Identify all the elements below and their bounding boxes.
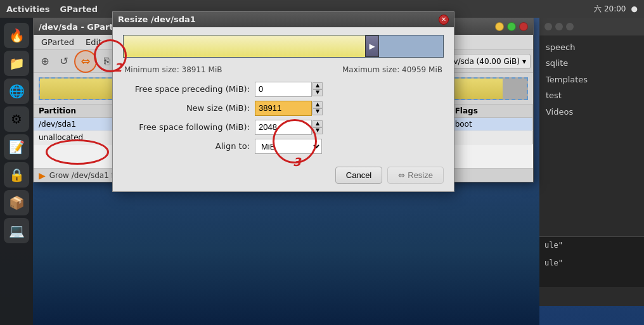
right-panel-max-btn[interactable] [566,23,574,30]
field-newsize-wrapper: ▲ ▼ [255,101,444,116]
spinner-down[interactable]: ▼ [312,89,323,96]
status-dot: ● [631,4,638,13]
dialog-title: Resize /dev/sda1 [118,15,196,24]
dock-icon-terminal[interactable]: 💻 [4,218,29,243]
resize-handle[interactable]: ▶ [365,35,379,57]
resize-button[interactable]: ⇔ Resize [387,167,444,184]
resize-bar-fill [124,35,379,57]
clock: 六 20:00 [594,4,626,15]
resize-bar: ▶ [123,35,444,58]
right-panel-close-btn[interactable] [544,23,552,30]
app-indicator: GParted [60,4,98,14]
dock: 🔥 📁 🌐 ⚙ 📝 🔒 📦 💻 [0,18,33,325]
file-item-templates[interactable]: Templates [546,72,638,87]
dock-icon-browser[interactable]: 🌐 [4,79,29,104]
partition-flags [450,131,533,144]
partition-name: /dev/sda1 [34,118,117,131]
field-label-newsize: New size (MiB): [123,103,250,113]
field-align-select[interactable]: MiB None [255,139,322,154]
toolbar-refresh-btn[interactable]: ↺ [55,53,73,70]
gparted-minimize-btn[interactable] [495,22,504,31]
dialog-titlebar: Resize /dev/sda1 ✕ [113,12,454,27]
resize-dialog: Resize /dev/sda1 ✕ ▶ Minimum size: 38911… [112,11,454,192]
field-preceding-wrapper: ▲ ▼ [255,82,444,97]
right-panel-header [539,18,644,35]
field-following-wrapper: ▲ ▼ [255,120,444,135]
dock-icon-text[interactable]: 📝 [4,134,29,160]
dock-icon-settings[interactable]: ⚙ [4,106,29,132]
status-op-icon: ▶ [39,170,46,181]
device-dropdown-icon: ▾ [522,57,526,66]
dialog-minmax: Minimum size: 38911 MiB Maximum size: 40… [123,65,444,74]
dialog-close-button[interactable]: ✕ [439,15,449,25]
gparted-close-btn[interactable] [519,22,528,31]
file-item-sqlite[interactable]: sqlite [546,55,638,71]
menu-edit[interactable]: Edit [80,36,106,48]
field-newsize-input[interactable] [255,101,312,116]
resize-button-label: Resize [408,170,433,180]
spinner-down[interactable]: ▼ [312,108,323,115]
field-label-preceding: Free space preceding (MiB): [123,84,250,94]
field-preceding-input[interactable] [255,82,312,97]
spinner-up[interactable]: ▲ [312,120,323,127]
spinner-up[interactable]: ▲ [312,82,323,89]
spinner-up[interactable]: ▲ [312,101,323,108]
gparted-window: /dev/sda - GParted GParted Edit View Dev… [33,18,534,182]
field-label-following: Free space following (MiB): [123,122,250,132]
dock-icon-package[interactable]: 📦 [4,190,29,215]
partition-flags: boot [450,118,533,131]
menu-gparted[interactable]: GParted [36,36,79,48]
terminal-panel: ule" ule" [539,236,644,287]
field-following-spinner[interactable]: ▲ ▼ [312,120,323,134]
cancel-button[interactable]: Cancel [335,167,382,184]
col-partition: Partition [34,105,117,117]
file-item-test[interactable]: test [546,87,638,103]
resize-icon: ⇔ [398,170,405,180]
file-item-speech[interactable]: speech [546,39,638,55]
activities-button[interactable]: Activities [6,4,50,14]
col-flags: Flags [450,105,533,117]
resize-handle-arrow: ▶ [370,42,375,51]
disk-segment-free [503,79,527,99]
dock-icon-firefox[interactable]: 🔥 [4,23,29,48]
dialog-body: ▶ Minimum size: 38911 MiB Maximum size: … [113,27,454,191]
partition-name: unallocated [34,131,117,144]
dialog-form: Free space preceding (MiB): ▲ ▼ New size… [123,82,444,154]
right-panel: speech sqlite Templates test Videos ule"… [539,18,644,306]
resize-bar-free [379,35,443,57]
field-newsize-spinner[interactable]: ▲ ▼ [312,101,323,115]
min-size-label: Minimum size: 38911 MiB [124,65,222,74]
dock-icon-lock[interactable]: 🔒 [4,162,29,188]
right-panel-min-btn[interactable] [555,23,563,30]
field-align-wrapper: MiB None [255,139,444,154]
dialog-buttons: Cancel ⇔ Resize [123,164,444,184]
max-size-label: Maximum size: 40959 MiB [342,65,442,74]
field-label-align: Align to: [123,141,250,151]
field-preceding-spinner[interactable]: ▲ ▼ [312,82,323,96]
file-item-videos[interactable]: Videos [546,104,638,120]
toolbar-new-btn[interactable]: ⊕ [36,53,54,70]
spinner-down[interactable]: ▼ [312,127,323,134]
dock-icon-files[interactable]: 📁 [4,51,29,76]
gparted-maximize-btn[interactable] [507,22,516,31]
right-panel-content: speech sqlite Templates test Videos [539,35,644,124]
field-following-input[interactable] [255,120,312,135]
toolbar-resize-btn[interactable]: ⇔ [74,50,97,73]
